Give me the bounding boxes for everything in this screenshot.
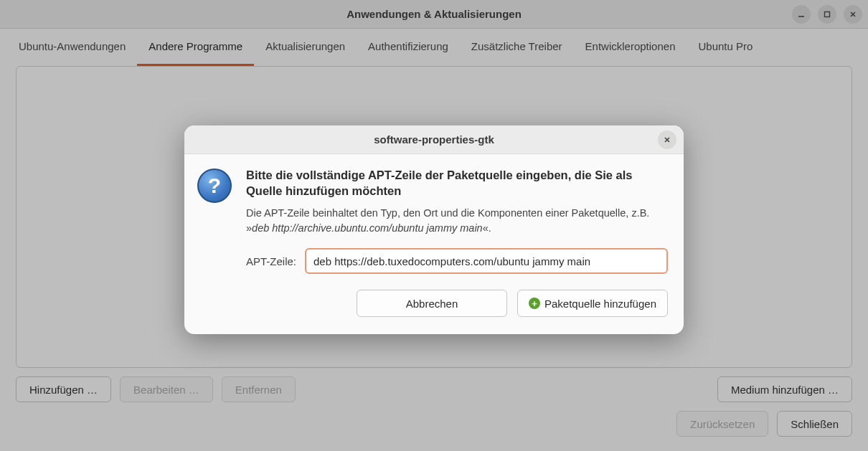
add-source-dialog: software-properties-gtk ? Bitte die voll… [184, 125, 684, 334]
dialog-title: software-properties-gtk [184, 133, 684, 146]
dialog-actions: Abbrechen + Paketquelle hinzufügen [184, 280, 684, 334]
add-source-button[interactable]: + Paketquelle hinzufügen [517, 290, 668, 317]
dialog-desc-example: deb http://archive.ubuntu.com/ubuntu jam… [252, 222, 483, 234]
dialog-heading: Bitte die vollständige APT-Zeile der Pak… [246, 167, 668, 199]
dialog-body: ? Bitte die vollständige APT-Zeile der P… [184, 154, 684, 238]
dialog-desc-post: «. [483, 222, 491, 234]
dialog-description: Die APT-Zeile beinhaltet den Typ, den Or… [246, 206, 668, 235]
dialog-text: Bitte die vollständige APT-Zeile der Pak… [246, 167, 668, 235]
question-icon: ? [197, 167, 235, 235]
apt-line-row: APT-Zeile: [184, 238, 684, 280]
modal-overlay: software-properties-gtk ? Bitte die voll… [0, 0, 868, 451]
cancel-button[interactable]: Abbrechen [357, 290, 507, 317]
plus-icon: + [529, 298, 540, 309]
add-source-label: Paketquelle hinzufügen [544, 298, 656, 310]
apt-line-label: APT-Zeile: [246, 255, 296, 267]
dialog-titlebar: software-properties-gtk [184, 125, 684, 154]
apt-line-input[interactable] [305, 248, 668, 274]
dialog-close-button[interactable] [658, 130, 676, 149]
